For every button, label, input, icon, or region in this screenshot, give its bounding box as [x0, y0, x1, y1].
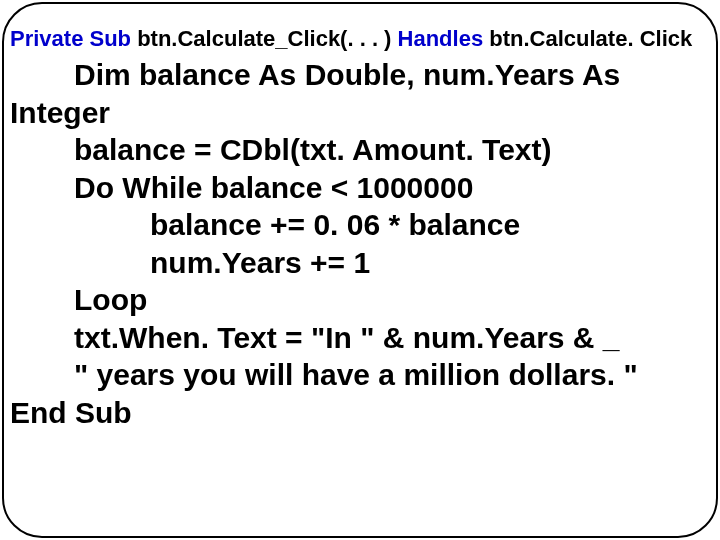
increment-years: num.Years += 1 — [10, 244, 710, 282]
end-sub: End Sub — [10, 394, 710, 432]
output-part2: " years you will have a million dollars.… — [10, 356, 710, 394]
do-while: Do While balance < 1000000 — [10, 169, 710, 207]
dim-declaration-part2: Integer — [10, 94, 710, 132]
keyword-private-sub: Private Sub — [10, 26, 131, 51]
dim-declaration-part1: Dim balance As Double, num.Years As — [10, 56, 710, 94]
code-container: Private Sub btn.Calculate_Click(. . . ) … — [2, 2, 718, 538]
output-part1: txt.When. Text = "In " & num.Years & _ — [10, 319, 710, 357]
sub-signature-line: Private Sub btn.Calculate_Click(. . . ) … — [10, 26, 710, 52]
loop: Loop — [10, 281, 710, 319]
increment-balance: balance += 0. 06 * balance — [10, 206, 710, 244]
code-body: Dim balance As Double, num.Years As Inte… — [10, 56, 710, 431]
keyword-handles: Handles — [398, 26, 484, 51]
assign-balance: balance = CDbl(txt. Amount. Text) — [10, 131, 710, 169]
sub-name: btn.Calculate_Click(. . . ) — [131, 26, 398, 51]
handler-target: btn.Calculate. Click — [483, 26, 692, 51]
